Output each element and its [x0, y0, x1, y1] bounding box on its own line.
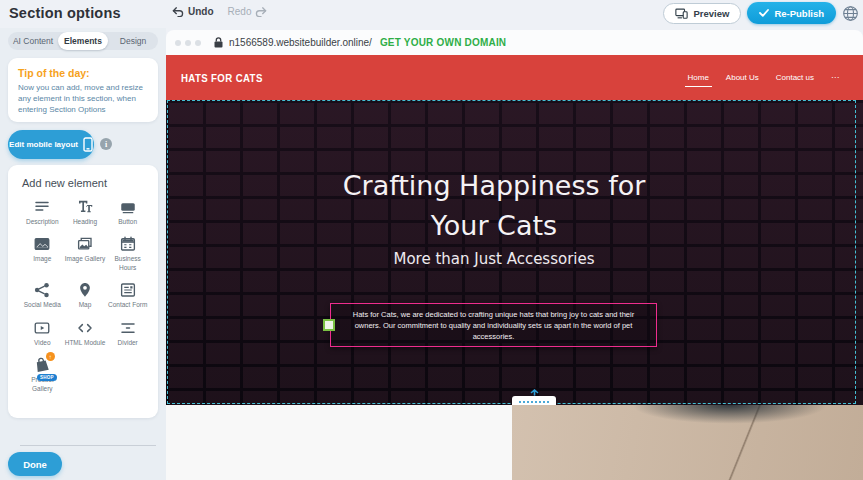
app-root: Section options Undo Redo Preview Re-Pub… [0, 0, 863, 480]
undo-button[interactable]: Undo [172, 6, 214, 17]
image-icon [33, 235, 51, 253]
hero-paragraph: Hats for Cats, we are dedicated to craft… [339, 309, 648, 342]
topbar: Section options Undo Redo Preview Re-Pub… [0, 0, 863, 28]
check-icon [759, 9, 769, 17]
window-dots-icon [175, 40, 201, 46]
tab-design[interactable]: Design [108, 32, 158, 50]
redo-icon [255, 7, 267, 17]
element-description[interactable]: Description [22, 198, 63, 226]
nav-contact-us[interactable]: Contact us [776, 69, 814, 86]
shop-badge: SHOP [37, 374, 57, 381]
text-lines-icon [33, 198, 51, 216]
button-icon [119, 198, 137, 216]
element-grid: Description Heading Button Image Image G [22, 198, 148, 393]
element-social-media[interactable]: Social Media [22, 281, 63, 309]
image-gallery-icon [76, 235, 94, 253]
hero-subheading[interactable]: More than Just Accessories [166, 250, 822, 268]
social-media-icon [33, 281, 51, 299]
redo-button[interactable]: Redo [228, 6, 268, 17]
business-hours-icon [119, 235, 137, 253]
sidebar-tabs: AI Content Elements Design [8, 32, 158, 50]
element-video[interactable]: Video [22, 319, 63, 347]
preview-label: Preview [693, 8, 729, 19]
site-nav: Home About Us Contact us ⋯ [688, 55, 840, 100]
undo-label: Undo [188, 6, 214, 17]
republish-button[interactable]: Re-Publish [747, 2, 836, 24]
info-icon[interactable]: i [100, 138, 112, 150]
language-globe-icon[interactable] [842, 5, 859, 22]
lock-icon [214, 37, 223, 48]
undo-icon [172, 7, 184, 17]
site-logo[interactable]: HATS FOR CATS [181, 72, 263, 84]
url-text: n1566589.websitebuilder.online/ [229, 37, 372, 48]
undo-redo-group: Undo Redo [172, 6, 267, 17]
get-own-domain-link[interactable]: GET YOUR OWN DOMAIN [380, 37, 506, 48]
hero-heading-line1: Crafting Happiness for [166, 166, 822, 206]
element-button[interactable]: Button [107, 198, 148, 226]
premium-badge-icon: ↑ [46, 352, 55, 361]
contact-form-icon [119, 281, 137, 299]
redo-label: Redo [228, 6, 252, 17]
add-element-panel: Add new element Description Heading Butt… [8, 165, 158, 418]
tab-ai-content[interactable]: AI Content [8, 32, 58, 50]
tab-elements[interactable]: Elements [58, 32, 108, 50]
hero-heading-line2: Your Cats [166, 206, 822, 246]
browser-chrome: n1566589.websitebuilder.online/ GET YOUR… [166, 30, 863, 55]
element-divider[interactable]: Divider [107, 319, 148, 347]
tip-body: Now you can add, move and resize any ele… [18, 83, 148, 115]
edit-mobile-layout-label: Edit mobile layout [9, 140, 78, 149]
tip-title: Tip of the day: [18, 67, 148, 79]
heading-icon [76, 198, 94, 216]
element-drag-handle-icon[interactable] [323, 319, 335, 331]
next-section-photo [512, 405, 863, 480]
phone-icon [83, 137, 93, 152]
section-resize-handle[interactable] [511, 389, 557, 405]
edit-mobile-layout-button[interactable]: Edit mobile layout [8, 130, 94, 159]
html-module-icon [76, 319, 94, 337]
divider-icon [119, 319, 137, 337]
page-title: Section options [9, 5, 121, 21]
map-pin-icon [76, 281, 94, 299]
element-product-gallery[interactable]: SHOP ↑ Product Gallery [22, 356, 63, 393]
done-button[interactable]: Done [8, 452, 62, 476]
nav-home[interactable]: Home [688, 69, 709, 86]
topbar-right-controls: Preview Re-Publish [663, 2, 859, 24]
nav-more-icon[interactable]: ⋯ [831, 69, 839, 86]
republish-label: Re-Publish [774, 8, 824, 19]
element-image-gallery[interactable]: Image Gallery [65, 235, 106, 272]
devices-icon [675, 8, 688, 19]
hero-heading[interactable]: Crafting Happiness for Your Cats [166, 166, 822, 246]
tip-of-the-day-card: Tip of the day: Now you can add, move an… [8, 58, 158, 122]
resize-grip [512, 396, 556, 405]
add-element-title: Add new element [22, 177, 148, 189]
element-image[interactable]: Image [22, 235, 63, 272]
sidebar: AI Content Elements Design Tip of the da… [0, 28, 166, 480]
element-html-module[interactable]: HTML Module [65, 319, 106, 347]
arrow-up-icon [529, 389, 540, 396]
element-business-hours[interactable]: Business Hours [107, 235, 148, 272]
element-heading[interactable]: Heading [65, 198, 106, 226]
nav-about-us[interactable]: About Us [726, 69, 759, 86]
video-icon [33, 319, 51, 337]
selected-text-element[interactable]: Hats for Cats, we are dedicated to craft… [330, 303, 657, 347]
sidebar-divider [20, 445, 156, 446]
site-header: HATS FOR CATS Home About Us Contact us ⋯ [166, 55, 863, 100]
element-map[interactable]: Map [65, 281, 106, 309]
element-contact-form[interactable]: Contact Form [107, 281, 148, 309]
preview-button[interactable]: Preview [663, 3, 741, 24]
